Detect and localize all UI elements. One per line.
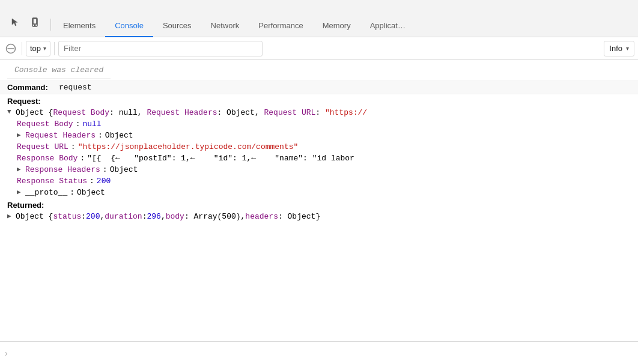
prop-proto-value: Object	[77, 188, 105, 197]
context-chevron-icon: ▾	[43, 45, 46, 52]
console-input-field[interactable]	[11, 348, 633, 357]
returned-object-row: ▶ Object {status: 200, duration: 296, bo…	[0, 211, 638, 222]
expand-returned-icon[interactable]: ▶	[7, 212, 13, 220]
svg-point-2	[34, 25, 35, 25]
log-level-chevron-icon: ▾	[626, 45, 629, 52]
returned-section: Returned:	[0, 198, 638, 211]
prop-request-url-value: "https://jsonplaceholder.typicode.com/co…	[78, 142, 299, 151]
tab-network[interactable]: Network	[201, 16, 249, 37]
console-toolbar: top ▾ Info ▾	[0, 37, 638, 60]
input-prompt-icon: ›	[5, 348, 8, 358]
cleared-text: Console was cleared	[7, 62, 111, 79]
prop-request-body-label: Request Body	[17, 120, 73, 129]
prop-response-headers-value: Object	[110, 165, 138, 174]
log-level-value: Info	[609, 44, 622, 53]
tab-application[interactable]: Applicat…	[360, 16, 415, 37]
tab-elements[interactable]: Elements	[53, 16, 105, 37]
prop-request-url-label: Request URL	[17, 142, 68, 151]
toolbar-divider-2	[54, 42, 55, 55]
console-input-bar: ›	[0, 341, 638, 364]
prop-request-url-row: Request URL : "https://jsonplaceholder.t…	[0, 141, 638, 153]
command-label: Command:	[7, 83, 55, 92]
prop-request-body-value: null	[82, 120, 101, 129]
object-header-text: Object {Request Body: null, Request Head…	[16, 108, 367, 117]
prop-proto-row: ▶ __proto__ : Object	[0, 187, 638, 198]
prop-request-headers-value: Object	[105, 131, 133, 140]
expand-proto-icon[interactable]: ▶	[17, 188, 23, 196]
command-row: Command: request	[0, 81, 638, 94]
object-header-row: ▼ Object {Request Body: null, Request He…	[0, 107, 638, 118]
command-value: request	[59, 83, 92, 92]
request-label: Request:	[7, 97, 41, 106]
returned-object-text: Object {	[16, 212, 53, 221]
prop-response-body-value: "[{ {← "postId": 1,← "id": 1,← "name": "…	[87, 154, 354, 163]
tab-memory[interactable]: Memory	[313, 16, 360, 37]
tab-bar: Elements Console Sources Network Perform…	[0, 0, 638, 37]
prop-proto-label: __proto__	[25, 188, 67, 197]
tab-bar-divider	[50, 19, 51, 31]
request-section-label: Request:	[0, 94, 638, 107]
svg-rect-1	[33, 19, 37, 24]
prop-request-headers-label: Request Headers	[25, 131, 96, 140]
tab-sources[interactable]: Sources	[153, 16, 201, 37]
filter-input[interactable]	[58, 41, 263, 56]
log-level-selector[interactable]: Info ▾	[604, 41, 634, 56]
prop-response-status-label: Response Status	[17, 177, 87, 186]
clear-console-button[interactable]	[4, 41, 18, 56]
prop-response-headers-row: ▶ Response Headers : Object	[0, 164, 638, 175]
mobile-icon[interactable]	[26, 14, 43, 31]
cursor-icon[interactable]	[7, 14, 24, 31]
expand-response-headers-icon[interactable]: ▶	[17, 165, 23, 173]
devtools-icons	[2, 14, 48, 37]
context-value: top	[30, 44, 41, 53]
console-cleared-message: Console was cleared	[0, 60, 638, 81]
returned-label: Returned:	[7, 201, 44, 210]
context-selector[interactable]: top ▾	[26, 41, 50, 56]
tab-console[interactable]: Console	[105, 16, 153, 37]
expand-headers-icon[interactable]: ▶	[17, 131, 23, 139]
prop-response-status-value: 200	[97, 177, 111, 186]
prop-response-status-row: Response Status : 200	[0, 175, 638, 187]
prop-response-headers-label: Response Headers	[25, 165, 100, 174]
console-output: Console was cleared Command: request Req…	[0, 60, 638, 341]
prop-response-body-row: Response Body : "[{ {← "postId": 1,← "id…	[0, 153, 638, 164]
prop-request-headers-row: ▶ Request Headers : Object	[0, 130, 638, 141]
tab-performance[interactable]: Performance	[249, 16, 312, 37]
prop-request-body-row: Request Body : null	[0, 118, 638, 130]
toolbar-divider-1	[22, 42, 22, 55]
prop-response-body-label: Response Body	[17, 154, 77, 163]
expand-object-icon[interactable]: ▼	[7, 108, 13, 115]
